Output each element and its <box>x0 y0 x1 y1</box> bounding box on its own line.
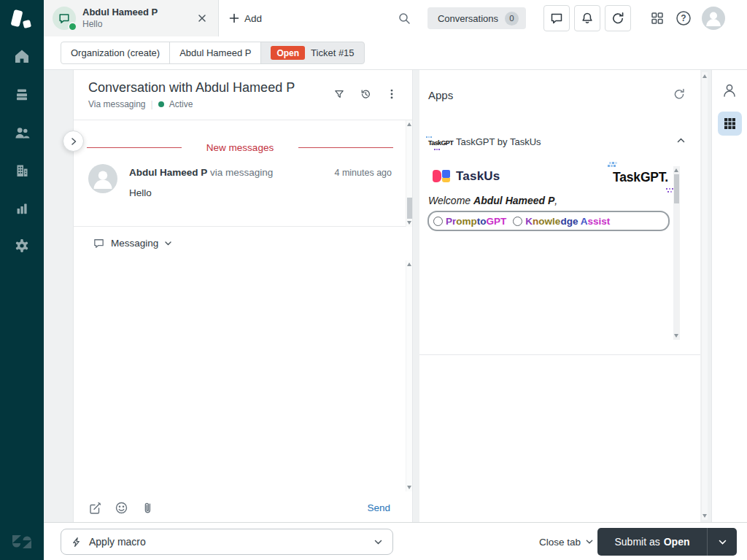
submit-options-chevron[interactable] <box>707 528 737 556</box>
conversation-subtitle: Via messaging | Active <box>88 99 193 109</box>
conversation-header: Conversation with Abdul Hameed P Via mes… <box>74 70 412 120</box>
welcome-name: Abdul Hameed P <box>473 195 554 206</box>
svg-text:?: ? <box>681 13 686 23</box>
scrollbar-thumb[interactable] <box>407 198 412 219</box>
plus-icon <box>229 13 239 23</box>
composer-area[interactable]: Messaging <box>74 227 412 493</box>
scroll-down-arrow[interactable] <box>407 486 411 489</box>
sidebar-item-views[interactable] <box>0 75 44 113</box>
radio-button[interactable] <box>433 217 443 226</box>
radio-knowledge-assist[interactable]: Knowledge Assist <box>513 216 610 227</box>
scroll-up-arrow[interactable] <box>407 122 411 126</box>
context-panel-rail <box>711 70 747 522</box>
composer-scrollbar[interactable] <box>406 260 412 491</box>
expand-context-panel-button[interactable] <box>63 131 84 152</box>
breadcrumb-organization[interactable]: Organization (create) <box>61 42 170 64</box>
compose-note-icon[interactable] <box>88 501 102 515</box>
scroll-down-arrow[interactable] <box>407 221 411 225</box>
apply-macro-select[interactable]: Apply macro <box>61 529 393 555</box>
ticket-tab[interactable]: Abdul Hameed P Hello <box>44 0 219 36</box>
app-content-scrollbar[interactable] <box>673 166 680 340</box>
promptogpt-label: PromptoGPT <box>446 216 506 227</box>
active-status-label: Active <box>169 99 193 109</box>
sidebar-item-reporting[interactable] <box>0 189 44 227</box>
chevron-down-icon <box>164 239 172 247</box>
channel-label: Messaging <box>111 238 158 249</box>
bell-icon[interactable] <box>574 5 600 31</box>
mode-selector: PromptoGPT Knowledge Assist <box>427 211 670 231</box>
views-icon <box>14 86 30 102</box>
radio-promptogpt[interactable]: PromptoGPT <box>433 216 506 227</box>
tab-title: Abdul Hameed P <box>82 7 158 19</box>
app-section-divider <box>419 354 700 355</box>
customers-icon <box>14 124 30 140</box>
apps-panel: Apps TaskGPT TaskGPT by TaskUs Task <box>419 70 700 522</box>
message-text: Hello <box>129 187 152 198</box>
knowledge-assist-label: Knowledge Assist <box>525 216 610 227</box>
submit-split-button: Submit as Open <box>597 528 737 556</box>
collapse-app-icon[interactable] <box>676 136 686 145</box>
reporting-icon <box>14 200 30 216</box>
scroll-down-arrow[interactable] <box>703 514 707 518</box>
online-status-dot <box>68 22 77 31</box>
sidebar-item-customers[interactable] <box>0 113 44 151</box>
macro-lightning-icon <box>71 537 82 548</box>
zendesk-logo <box>9 8 34 33</box>
composer-channel-row: Messaging <box>74 227 412 259</box>
zendesk-z-logo <box>11 532 33 551</box>
close-tab-button[interactable]: Close tab <box>535 523 598 560</box>
scrollbar-thumb[interactable] <box>674 174 679 203</box>
zendesk-agent-workspace: Abdul Hameed P Hello Add Conversations 0 <box>0 0 747 560</box>
taskgpt-wordmark: TaskGPT. <box>613 170 668 185</box>
search-icon[interactable] <box>397 11 411 26</box>
tab-subtitle: Hello <box>82 19 158 31</box>
scroll-up-arrow[interactable] <box>703 74 707 78</box>
attachment-icon[interactable] <box>141 501 155 515</box>
conversations-count-badge: 0 <box>505 12 519 26</box>
tab-text: Abdul Hameed P Hello <box>82 7 158 30</box>
scroll-up-arrow[interactable] <box>674 168 678 172</box>
send-button[interactable]: Send <box>363 502 395 514</box>
help-icon[interactable]: ? <box>675 9 692 27</box>
add-label: Add <box>244 13 262 24</box>
channel-selector[interactable]: Messaging <box>88 236 177 250</box>
chat-icon[interactable] <box>543 5 570 31</box>
user-context-icon[interactable] <box>721 82 738 99</box>
header-actions: Conversations 0 ? <box>397 0 747 36</box>
message-timestamp: 4 minutes ago <box>334 168 392 178</box>
message-avatar <box>88 164 117 193</box>
apps-refresh-icon[interactable] <box>673 88 686 101</box>
apps-rail-toggle[interactable] <box>718 112 742 136</box>
radio-button[interactable] <box>513 217 522 226</box>
messages-scrollbar[interactable] <box>406 120 412 227</box>
user-avatar[interactable] <box>702 7 725 30</box>
emoji-icon[interactable] <box>115 501 128 515</box>
welcome-message: WelcomeAbdul Hameed P, <box>428 195 557 206</box>
taskgpt-app-icon: TaskGPT <box>428 134 450 152</box>
product-tray-icon[interactable] <box>650 11 665 26</box>
conversations-button[interactable]: Conversations 0 <box>427 7 526 29</box>
sidebar-item-admin[interactable] <box>0 227 44 265</box>
via-channel-label: Via messaging <box>88 99 146 109</box>
sidebar-item-organizations[interactable] <box>0 151 44 189</box>
add-tab-button[interactable]: Add <box>225 0 266 36</box>
refresh-icon[interactable] <box>605 5 631 31</box>
scroll-up-arrow[interactable] <box>407 262 411 266</box>
scroll-down-arrow[interactable] <box>674 334 678 338</box>
filter-icon[interactable] <box>329 84 349 104</box>
status-badge: Open <box>271 46 305 60</box>
top-header: Abdul Hameed P Hello Add Conversations 0 <box>44 0 747 36</box>
breadcrumb-ticket[interactable]: Open Ticket #15 <box>260 42 364 64</box>
close-tab-icon[interactable] <box>195 11 209 26</box>
messages-area: New messages Abdul Hameed P via messagin… <box>74 120 412 227</box>
history-icon[interactable] <box>355 84 376 104</box>
zendesk-logo-shape <box>23 20 31 28</box>
breadcrumb-requester[interactable]: Abdul Hameed P <box>169 42 261 64</box>
chevron-down-icon <box>374 537 383 547</box>
conversation-panel: Conversation with Abdul Hameed P Via mes… <box>73 70 413 522</box>
kebab-menu-icon[interactable] <box>382 84 402 104</box>
submit-as-open-button[interactable]: Submit as Open <box>597 528 707 556</box>
sidebar-item-home[interactable] <box>0 37 44 75</box>
ticket-footer: Apply macro Close tab Submit as Open <box>44 522 747 560</box>
main-scrollbar[interactable] <box>701 72 708 520</box>
